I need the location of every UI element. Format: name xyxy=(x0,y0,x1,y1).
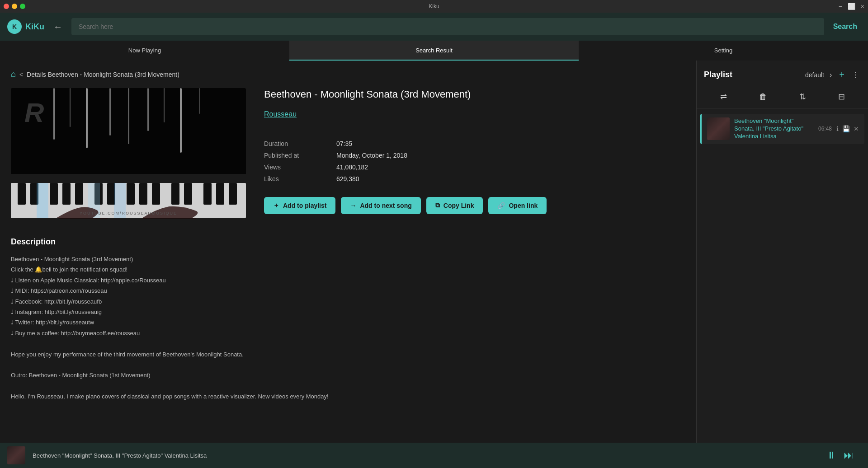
description-text: Beethoven - Moonlight Sonata (3rd Moveme… xyxy=(11,254,685,402)
player-thumbnail xyxy=(7,446,25,464)
piano-keys-section: youtube.com/rousseaumusique xyxy=(11,174,246,219)
svg-rect-17 xyxy=(229,183,237,205)
restore-icon[interactable]: ⬜ xyxy=(848,3,855,10)
open-link-button[interactable]: 🔗 Open link xyxy=(488,197,547,214)
playlist-item-title: Beethoven "Moonlight" Sonata, III "Prest… xyxy=(734,117,814,140)
close-window-button[interactable] xyxy=(4,4,9,9)
logo: K KiKu xyxy=(7,19,44,34)
playlist-chevron-button[interactable]: › xyxy=(828,69,834,81)
svg-rect-12 xyxy=(152,183,160,205)
svg-rect-7 xyxy=(75,183,83,205)
next-song-icon: → xyxy=(350,202,356,209)
sidebar-title: Playlist xyxy=(704,70,732,80)
bottom-player: Beethoven "Moonlight" Sonata, III "Prest… xyxy=(0,443,868,468)
player-controls: ⏸ ⏭ xyxy=(826,449,854,461)
song-info: Beethoven - Moonlight Sonata (3rd Moveme… xyxy=(264,88,685,219)
playlist-item-thumbnail xyxy=(707,117,730,140)
song-title: Beethoven - Moonlight Sonata (3rd Moveme… xyxy=(264,88,685,101)
back-button[interactable]: ← xyxy=(50,20,66,34)
artist-link[interactable]: Rousseau xyxy=(264,110,297,118)
playlist-item-duration: 06:48 xyxy=(818,126,832,132)
window-controls[interactable] xyxy=(4,4,25,9)
playlist-items: Beethoven "Moonlight" Sonata, III "Prest… xyxy=(697,108,868,443)
svg-rect-13 xyxy=(171,183,179,205)
search-button[interactable]: Search xyxy=(830,23,861,31)
svg-rect-6 xyxy=(62,183,71,205)
main-layout: ⌂ < Details Beethoven - Moonlight Sonata… xyxy=(0,61,868,443)
playlist-more-button[interactable]: ⋮ xyxy=(850,69,861,81)
tab-now-playing[interactable]: Now Playing xyxy=(0,41,289,61)
copy-link-button[interactable]: ⧉ Copy Link xyxy=(426,197,483,214)
maximize-window-button[interactable] xyxy=(20,4,25,9)
piano-watermark: youtube.com/rousseaumusique xyxy=(80,211,177,215)
meta-table: Duration 07:35 Published at Monday, Octo… xyxy=(264,140,685,183)
published-row: Published at Monday, October 1, 2018 xyxy=(264,152,685,159)
title-bar-right: − ⬜ × xyxy=(839,3,864,10)
thumbnail-image xyxy=(707,117,730,140)
item-info-button[interactable]: ℹ xyxy=(836,125,839,132)
likes-label: Likes xyxy=(264,175,336,183)
sidebar-actions: ⇌ 🗑 ⇅ ⊟ xyxy=(697,85,868,108)
svg-rect-14 xyxy=(184,183,192,205)
likes-row: Likes 629,380 xyxy=(264,175,685,183)
likes-value: 629,380 xyxy=(336,175,359,183)
home-icon[interactable]: ⌂ xyxy=(11,70,16,79)
svg-rect-10 xyxy=(127,183,135,205)
add-playlist-icon: ＋ xyxy=(273,201,279,210)
views-row: Views 41,080,182 xyxy=(264,164,685,171)
title-bar: Kiku − ⬜ × xyxy=(0,0,868,13)
action-buttons: ＋ Add to playlist → Add to next song ⧉ C… xyxy=(264,197,685,214)
window-title: Kiku xyxy=(429,3,439,9)
piano-top xyxy=(11,88,246,174)
playlist-name: default xyxy=(805,71,824,79)
sidebar-header: Playlist default › + ⋮ xyxy=(697,61,868,85)
search-input[interactable] xyxy=(71,18,824,35)
sort-button[interactable]: ⇅ xyxy=(794,89,811,104)
piano-visual: youtube.com/rousseaumusique xyxy=(11,88,246,219)
sidebar: Playlist default › + ⋮ ⇌ 🗑 ⇅ ⊟ Beethoven… xyxy=(696,61,868,443)
breadcrumb-label: Details Beethoven - Moonlight Sonata (3r… xyxy=(27,71,179,78)
add-to-playlist-button[interactable]: ＋ Add to playlist xyxy=(264,197,335,214)
shuffle-button[interactable]: ⇌ xyxy=(715,89,732,104)
tab-search-result[interactable]: Search Result xyxy=(289,41,579,61)
logo-icon: K xyxy=(7,19,22,34)
breadcrumb: ⌂ < Details Beethoven - Moonlight Sonata… xyxy=(11,70,685,79)
add-playlist-button[interactable]: + xyxy=(837,68,846,82)
minimize-window-button[interactable] xyxy=(12,4,17,9)
link-icon: 🔗 xyxy=(497,202,505,209)
next-track-button[interactable]: ⏭ xyxy=(844,449,854,461)
playlist-controls: default › + ⋮ xyxy=(805,68,861,82)
item-remove-button[interactable]: ✕ xyxy=(854,125,859,132)
tab-setting[interactable]: Setting xyxy=(579,41,868,61)
svg-rect-3 xyxy=(18,183,26,205)
list-item[interactable]: Beethoven "Moonlight" Sonata, III "Prest… xyxy=(700,114,864,144)
player-thumbnail-image xyxy=(7,446,25,464)
description-section: Description Beethoven - Moonlight Sonata… xyxy=(11,234,685,402)
svg-rect-18 xyxy=(37,183,48,218)
views-label: Views xyxy=(264,164,336,171)
minimize-list-button[interactable]: ⊟ xyxy=(833,89,850,104)
minimize-icon[interactable]: − xyxy=(839,3,842,10)
detail-section: youtube.com/rousseaumusique Beethoven - … xyxy=(11,88,685,219)
video-thumbnail: youtube.com/rousseaumusique xyxy=(11,88,246,219)
item-save-button[interactable]: 💾 xyxy=(842,125,850,132)
svg-rect-16 xyxy=(216,183,224,205)
content-area: ⌂ < Details Beethoven - Moonlight Sonata… xyxy=(0,61,696,443)
breadcrumb-back-icon[interactable]: < xyxy=(19,71,23,78)
copy-icon: ⧉ xyxy=(435,201,440,209)
logo-text: KiKu xyxy=(25,22,44,32)
published-label: Published at xyxy=(264,152,336,159)
playlist-item-info: Beethoven "Moonlight" Sonata, III "Prest… xyxy=(734,117,814,140)
close-icon[interactable]: × xyxy=(861,3,864,10)
published-value: Monday, October 1, 2018 xyxy=(336,152,407,159)
delete-playlist-button[interactable]: 🗑 xyxy=(754,89,773,104)
svg-rect-11 xyxy=(139,183,147,205)
duration-row: Duration 07:35 xyxy=(264,140,685,147)
views-value: 41,080,182 xyxy=(336,164,368,171)
playlist-item-actions: ℹ 💾 ✕ xyxy=(836,125,859,132)
play-pause-button[interactable]: ⏸ xyxy=(826,449,836,461)
header: K KiKu ← Search xyxy=(0,13,868,41)
duration-value: 07:35 xyxy=(336,140,352,147)
duration-label: Duration xyxy=(264,140,336,147)
add-to-next-song-button[interactable]: → Add to next song xyxy=(341,197,420,214)
